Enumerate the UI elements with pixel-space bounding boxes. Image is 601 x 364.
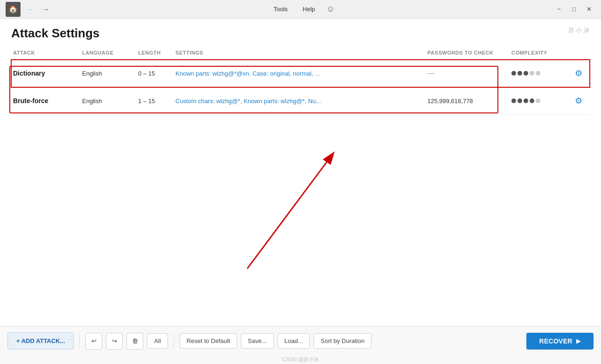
sort-duration-button[interactable]: Sort by Duration [314,333,371,349]
attack-name-cell: Dictionary [11,60,77,87]
delete-button[interactable]: 🗑 [126,333,143,350]
redo-icon: ↪ [112,337,117,344]
trash-icon: 🗑 [132,337,138,344]
dot-5 [536,71,540,76]
back-button[interactable]: ← [24,3,37,16]
settings-gear-button[interactable]: ⚙ [573,66,584,80]
load-button[interactable]: Load... [278,333,310,349]
recover-button[interactable]: RECOVER [526,333,594,350]
col-length: LENGTH [133,46,170,60]
settings-link[interactable]: Custom chars: wlzhg@*, Known parts: wlzh… [175,98,321,105]
language-cell: English [77,87,133,115]
attack-name: Dictionary [13,70,45,77]
col-passwords: PASSWORDS TO CHECK [422,46,506,60]
dot-2 [517,71,522,76]
dot-3 [524,71,528,76]
add-attack-button[interactable]: + ADD ATTACK... [7,332,74,350]
table-body: Dictionary English 0 – 15 Known parts: w… [11,60,590,115]
separator-1 [79,334,80,349]
col-settings: SETTINGS [170,46,422,60]
attack-name: Brute-force [13,97,48,105]
dot-2 [517,98,522,103]
dot-4 [530,98,534,103]
main-content: Attack Settings 苏 小 沐 ATTACK LANGUAGE LE… [0,19,601,326]
dot-3 [524,98,528,103]
home-button[interactable]: 🏠 [6,2,21,17]
watermark-bottom: CSDN @苏小沐 [0,355,601,364]
save-button[interactable]: Save... [241,333,273,349]
title-bar: 🏠 ← → Tools Help ☺ − □ ✕ [0,0,601,19]
emoji-icon: ☺ [326,4,335,14]
all-button[interactable]: All [147,333,168,349]
complexity-dots [511,98,540,103]
forward-button[interactable]: → [39,3,52,16]
complexity-cell: ⚙ [506,87,590,115]
bottom-toolbar: + ADD ATTACK... ↩ ↪ 🗑 All Reset to Defau… [0,326,601,355]
passwords-value: 125,999,618,778 [427,98,473,105]
menu-help[interactable]: Help [299,4,319,14]
maximize-button[interactable]: □ [567,3,580,16]
settings-link[interactable]: Known parts: wlzhg@*@xn. Case: original,… [175,70,320,77]
page-title: Attack Settings [11,26,99,41]
table-header: ATTACK LANGUAGE LENGTH SETTINGS PASSWORD… [11,46,590,60]
table-container: ATTACK LANGUAGE LENGTH SETTINGS PASSWORD… [0,42,601,119]
close-button[interactable]: ✕ [582,3,595,16]
dot-5 [536,98,540,103]
language-cell: English [77,60,133,87]
passwords-cell: 125,999,618,778 [422,87,506,115]
col-attack: ATTACK [11,46,77,60]
title-bar-left: 🏠 ← → [6,2,52,17]
length-cell: 1 – 15 [133,87,170,115]
settings-cell: Custom chars: wlzhg@*, Known parts: wlzh… [170,87,422,115]
annotation-container: ATTACK LANGUAGE LENGTH SETTINGS PASSWORD… [0,42,601,326]
dot-1 [511,71,516,76]
attack-table: ATTACK LANGUAGE LENGTH SETTINGS PASSWORD… [11,46,590,115]
reset-button[interactable]: Reset to Default [180,333,237,349]
passwords-cell: — [422,60,506,87]
passwords-value: — [427,69,435,77]
complexity-cell: ⚙ [506,60,590,87]
dot-1 [511,98,516,103]
col-complexity: COMPLEXITY [506,46,590,60]
attack-name-cell: Brute-force [11,87,77,115]
minimize-button[interactable]: − [552,3,566,16]
watermark-top: 苏 小 沐 [568,26,590,35]
window-controls: − □ ✕ [552,3,595,16]
page-header: Attack Settings 苏 小 沐 [0,19,601,42]
table-row: Dictionary English 0 – 15 Known parts: w… [11,60,590,87]
table-row: Brute-force English 1 – 15 Custom chars:… [11,87,590,115]
separator-2 [174,334,174,349]
undo-icon: ↩ [91,337,97,344]
col-language: LANGUAGE [77,46,133,60]
length-cell: 0 – 15 [133,60,170,87]
settings-cell: Known parts: wlzhg@*@xn. Case: original,… [170,60,422,87]
settings-gear-button[interactable]: ⚙ [573,94,584,108]
nav-buttons: ← → [24,3,52,16]
menu-tools[interactable]: Tools [270,4,291,14]
dot-4 [530,71,534,76]
redo-button[interactable]: ↪ [106,333,123,350]
menu-bar: Tools Help ☺ [270,4,335,14]
svg-line-1 [247,162,327,269]
undo-button[interactable]: ↩ [85,333,102,350]
complexity-dots [511,71,540,76]
